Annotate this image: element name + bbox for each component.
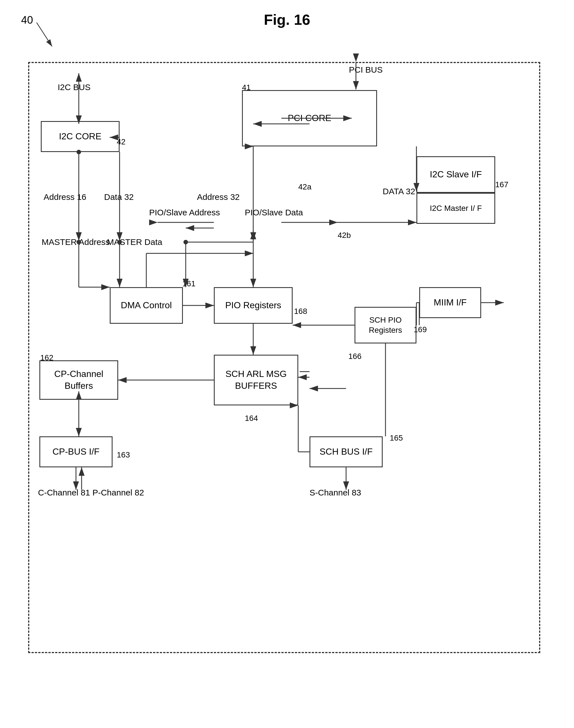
i2c-master-if-label: I2C Master I/ F — [429, 203, 482, 214]
ref-167: 167 — [495, 180, 508, 189]
sch-bus-if-block: SCH BUS I/F — [310, 436, 383, 467]
ref-168: 168 — [294, 307, 307, 316]
miim-if-label: MIIM I/F — [434, 297, 466, 309]
ref-165: 165 — [390, 433, 403, 443]
data-32-right-label: DATA 32 — [383, 186, 415, 197]
pci-bus-label: PCI BUS — [349, 64, 383, 75]
address-16-label: Address 16 — [44, 191, 86, 202]
ref-42a: 42a — [298, 183, 312, 191]
svg-line-3 — [37, 23, 52, 46]
i2c-master-if-block: I2C Master I/ F — [416, 193, 495, 224]
dma-control-block: DMA Control — [110, 287, 183, 324]
dma-control-label: DMA Control — [121, 300, 172, 311]
cp-channel-buffers-label: CP-Channel Buffers — [40, 368, 117, 392]
sch-pio-registers-label: SCH PIO Registers — [355, 315, 416, 336]
i2c-core-label: I2C CORE — [59, 130, 101, 143]
ref-42: 42 — [117, 138, 125, 146]
pio-registers-block: PIO Registers — [214, 287, 293, 324]
pio-slave-data-label: PIO/Slave Data — [245, 207, 303, 218]
ref-163: 163 — [117, 451, 130, 459]
sch-bus-if-label: SCH BUS I/F — [320, 446, 373, 458]
i2c-slave-if-block: I2C Slave I/F — [416, 156, 495, 193]
page: Fig. 16 40 I2C CORE PCI CORE I2C Slave I… — [0, 0, 574, 728]
figure-title: Fig. 16 — [264, 11, 310, 28]
master-address-label: MASTER Address — [42, 236, 110, 247]
ref-162: 162 — [40, 353, 53, 362]
cp-channel-buffers-block: CP-Channel Buffers — [39, 360, 118, 400]
pci-core-block: PCI CORE — [242, 90, 377, 146]
pio-slave-address-label: PIO/Slave Address — [149, 207, 220, 218]
c-channel-label: C-Channel 81 P-Channel 82 — [38, 487, 144, 498]
i2c-bus-label: I2C BUS — [58, 82, 91, 92]
address-32-center-label: Address 32 — [197, 191, 240, 202]
master-data-label: MASTER Data — [107, 236, 162, 247]
miim-if-block: MIIM I/F — [419, 287, 481, 318]
ref-164: 164 — [245, 414, 258, 423]
i2c-core-block: I2C CORE — [41, 121, 120, 152]
pci-core-label: PCI CORE — [288, 112, 331, 124]
ref-42b: 42b — [338, 231, 351, 240]
ref-169: 169 — [414, 325, 427, 334]
ref-41: 41 — [242, 83, 251, 92]
cp-bus-if-label: CP-BUS I/F — [52, 446, 99, 458]
s-channel-label: S-Channel 83 — [310, 487, 361, 498]
sch-arl-msg-buffers-block: SCH ARL MSG BUFFERS — [214, 355, 298, 406]
ref-40: 40 — [21, 14, 33, 26]
sch-pio-registers-block: SCH PIO Registers — [355, 307, 416, 343]
ref-166: 166 — [348, 352, 362, 361]
data-32-left-label: Data 32 — [104, 191, 134, 202]
sch-arl-msg-buffers-label: SCH ARL MSG BUFFERS — [215, 368, 297, 392]
pio-registers-label: PIO Registers — [225, 300, 281, 311]
ref-161: 161 — [182, 279, 196, 288]
cp-bus-if-block: CP-BUS I/F — [39, 436, 113, 467]
i2c-slave-if-label: I2C Slave I/F — [430, 168, 482, 181]
